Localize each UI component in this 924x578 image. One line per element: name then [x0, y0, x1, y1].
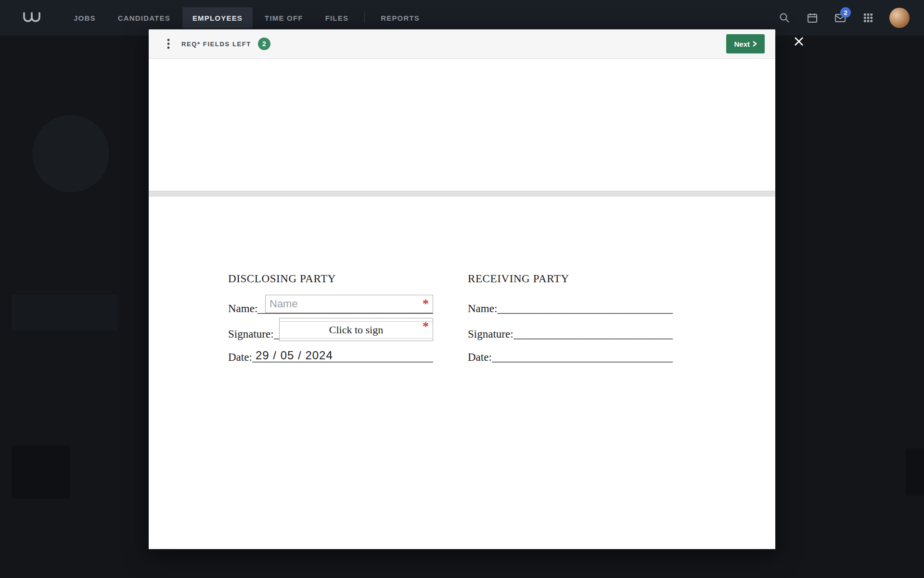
close-icon[interactable] [791, 33, 807, 50]
required-fields-label: REQ* FIELDS LEFT [181, 40, 251, 48]
receiving-name-label: Name: [468, 302, 497, 316]
receiving-party-heading: RECEIVING PARTY [468, 273, 569, 285]
kebab-menu-icon[interactable] [163, 37, 174, 51]
click-to-sign-label: Click to sign [280, 321, 433, 339]
required-asterisk: * [423, 298, 429, 310]
next-button-label: Next [734, 40, 750, 48]
document-viewer: DISCLOSING PARTY RECEIVING PARTY Name: _… [149, 59, 775, 549]
disclosing-signature-label: Signature: [228, 327, 274, 342]
nav-actions: 2 [778, 8, 910, 28]
nav-item-reports[interactable]: REPORTS [371, 7, 430, 28]
document-page-1 [149, 59, 775, 191]
date-field-value[interactable]: 29 / 05 / 2024 [256, 349, 333, 362]
signature-sign-button[interactable]: Click to sign * [279, 318, 433, 341]
receiving-signature-row: Signature: _____________________________… [468, 327, 673, 342]
background-content [906, 448, 924, 496]
nav-item-files[interactable]: FILES [315, 7, 359, 28]
disclosing-name-field: * [265, 295, 433, 313]
mail-icon[interactable]: 2 [834, 11, 847, 25]
document-modal: REQ* FIELDS LEFT 2 Next DISCLOSING PARTY… [149, 29, 775, 549]
receiving-date-label: Date: [468, 350, 492, 365]
mail-unread-badge: 2 [840, 7, 851, 18]
disclosing-date-label: Date: [228, 350, 252, 365]
underscore-line: ________________________________________… [497, 302, 673, 316]
background-content [12, 446, 70, 499]
receiving-date-row: Date: __________________________________… [468, 350, 673, 365]
disclosing-party-heading: DISCLOSING PARTY [228, 273, 336, 285]
chevron-right-icon [752, 40, 757, 47]
apps-grid-icon[interactable] [861, 11, 875, 25]
next-button[interactable]: Next [726, 34, 765, 53]
brand-logo-icon[interactable] [20, 10, 45, 26]
nav-divider [364, 13, 365, 23]
modal-header: REQ* FIELDS LEFT 2 Next [149, 29, 775, 59]
nav-item-candidates[interactable]: CANDIDATES [108, 7, 180, 28]
receiving-signature-label: Signature: [468, 327, 513, 342]
nav-item-employees[interactable]: EMPLOYEES [182, 7, 253, 28]
search-icon[interactable] [778, 11, 791, 25]
nav-item-time-off[interactable]: TIME OFF [255, 7, 313, 28]
avatar[interactable] [889, 8, 910, 28]
underscore-line: ________________________________________… [513, 327, 673, 342]
background-content [32, 115, 109, 192]
nav-item-jobs[interactable]: JOBS [64, 7, 106, 28]
name-input[interactable] [266, 295, 433, 313]
disclosing-name-label: Name: [228, 302, 257, 316]
underscore-line: ________________________________________… [492, 350, 673, 365]
calendar-icon[interactable] [806, 11, 819, 25]
page-separator [149, 191, 775, 197]
document-page-2 [149, 197, 775, 549]
required-fields-count-badge: 2 [258, 38, 270, 50]
required-asterisk: * [423, 320, 429, 333]
background-content [12, 295, 117, 330]
receiving-name-row: Name: __________________________________… [468, 302, 673, 316]
